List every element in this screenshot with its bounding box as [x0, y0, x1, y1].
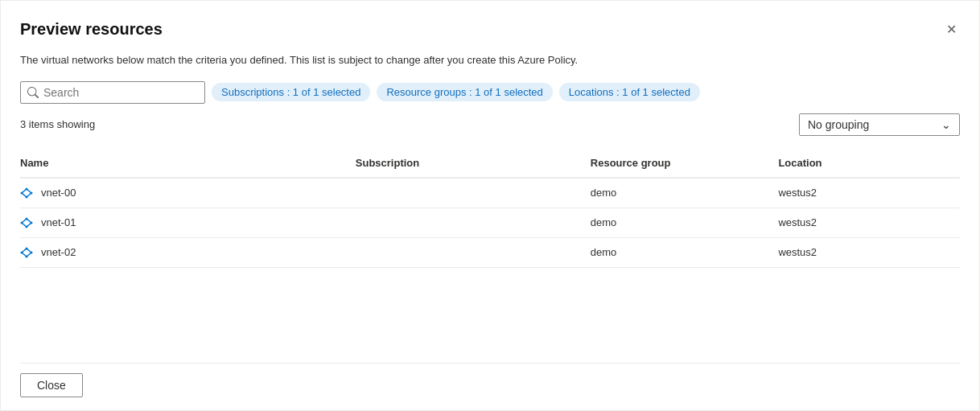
vnet-icon: [20, 187, 35, 199]
vnet-icon: [20, 246, 35, 259]
resource-groups-filter[interactable]: Resource groups : 1 of 1 selected: [377, 83, 552, 101]
items-count: 3 items showing: [20, 118, 95, 130]
svg-point-5: [31, 221, 33, 224]
resource-cell: vnet-00: [20, 187, 343, 199]
resource-subscription: [349, 178, 584, 208]
dialog-description: The virtual networks below match the cri…: [20, 52, 960, 68]
column-header-location: Location: [772, 149, 960, 178]
locations-filter[interactable]: Locations : 1 of 1 selected: [559, 83, 700, 101]
resource-name: vnet-00: [41, 187, 76, 199]
column-header-resource-group: Resource group: [584, 149, 772, 178]
resources-table-container: Name Subscription Resource group Locatio…: [20, 149, 960, 347]
svg-point-7: [26, 225, 28, 228]
svg-point-8: [21, 251, 23, 253]
svg-point-0: [21, 191, 23, 194]
column-header-name: Name: [20, 149, 349, 178]
resource-group-value: demo: [584, 178, 772, 208]
svg-point-2: [26, 187, 28, 190]
resource-name: vnet-02: [41, 246, 76, 258]
dialog-header: Preview resources ✕: [20, 20, 960, 39]
resource-subscription: [349, 237, 584, 267]
svg-point-3: [26, 195, 28, 198]
dialog-footer: Close: [20, 363, 960, 397]
table-row: vnet-02 demowestus2: [20, 237, 960, 267]
svg-point-6: [26, 217, 28, 220]
grouping-label: No grouping: [808, 118, 869, 131]
dialog-close-button[interactable]: ✕: [943, 20, 960, 39]
dialog-title: Preview resources: [20, 20, 163, 39]
svg-point-1: [31, 191, 33, 194]
search-box[interactable]: [20, 81, 205, 104]
table-row: vnet-01 demowestus2: [20, 208, 960, 237]
table-row: vnet-00 demowestus2: [20, 178, 960, 208]
close-dialog-button[interactable]: Close: [20, 373, 83, 397]
resource-group-value: demo: [584, 208, 772, 237]
resource-subscription: [349, 208, 584, 237]
search-icon: [27, 87, 39, 98]
resource-location: westus2: [772, 237, 960, 267]
svg-point-4: [21, 221, 23, 224]
resource-cell: vnet-02: [20, 246, 343, 259]
subscriptions-filter[interactable]: Subscriptions : 1 of 1 selected: [212, 83, 370, 101]
grouping-dropdown[interactable]: No grouping ⌄: [799, 113, 960, 136]
svg-point-11: [26, 255, 28, 257]
table-header-row: Name Subscription Resource group Locatio…: [20, 149, 960, 178]
svg-point-10: [26, 247, 28, 249]
toolbar-row: 3 items showing No grouping ⌄: [20, 113, 960, 136]
resources-table: Name Subscription Resource group Locatio…: [20, 149, 960, 268]
search-input[interactable]: [43, 86, 198, 99]
resource-cell: vnet-01: [20, 216, 343, 229]
resource-location: westus2: [772, 178, 960, 208]
svg-point-9: [31, 251, 33, 253]
filters-row: Subscriptions : 1 of 1 selected Resource…: [20, 81, 960, 104]
column-header-subscription: Subscription: [349, 149, 584, 178]
vnet-icon: [20, 216, 35, 229]
resource-group-value: demo: [584, 237, 772, 267]
resource-location: westus2: [772, 208, 960, 237]
preview-resources-dialog: Preview resources ✕ The virtual networks…: [0, 0, 980, 411]
resource-name: vnet-01: [41, 216, 76, 228]
chevron-down-icon: ⌄: [941, 118, 951, 131]
